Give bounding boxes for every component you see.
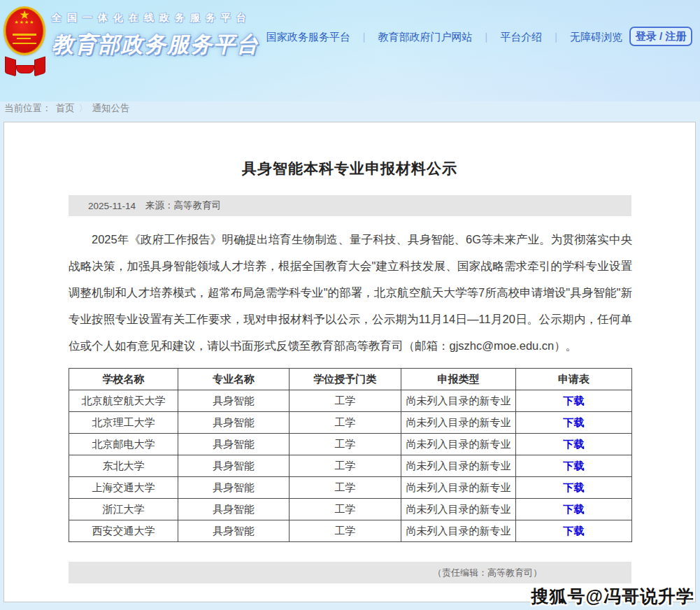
article-card: 具身智能本科专业申报材料公示 2025-11-14 来源：高等教育司 2025年…: [3, 122, 696, 602]
breadcrumb-current: 通知公告: [92, 102, 130, 115]
breadcrumb-prefix: 当前位置：: [4, 102, 52, 115]
cell-form: 下载: [516, 477, 632, 499]
article-title: 具身智能本科专业申报材料公示: [4, 159, 695, 178]
table-row: 北京航空航天大学 具身智能 工学 尚未列入目录的新专业 下载: [69, 390, 632, 412]
article-date: 2025-11-14: [88, 201, 136, 211]
cell-major: 具身智能: [178, 390, 290, 412]
download-link[interactable]: 下载: [564, 416, 585, 428]
download-link[interactable]: 下载: [564, 525, 585, 537]
cell-major: 具身智能: [178, 477, 290, 499]
login-register-button[interactable]: 登录 / 注册: [629, 27, 692, 46]
article-paragraph: 按照专业设置有关工作要求，现对申报材料予以公示，公示期为11月14日—11月20…: [69, 306, 632, 359]
cell-form: 下载: [516, 455, 632, 477]
table-row: 浙江大学 具身智能 工学 尚未列入目录的新专业 下载: [69, 499, 632, 520]
nav-link-moe-portal[interactable]: 教育部政府门户网站: [378, 31, 473, 44]
editor-bar: （责任编辑：高等教育司）: [69, 562, 631, 583]
cell-school: 东北大学: [69, 455, 178, 477]
article-meta-bar: 2025-11-14 来源：高等教育司: [69, 195, 631, 216]
cell-type: 尚未列入目录的新专业: [401, 499, 515, 520]
cell-school: 北京邮电大学: [69, 434, 178, 455]
cell-form: 下载: [516, 499, 632, 520]
cell-form: 下载: [516, 412, 632, 434]
cell-type: 尚未列入目录的新专业: [401, 455, 515, 477]
brand-block: 全国一体化在线政务服务平台 教育部政务服务平台: [52, 12, 259, 59]
cell-degree: 工学: [289, 520, 401, 542]
column-header-type: 申报类型: [401, 369, 515, 390]
emblem-substars-icon: ★★★★: [14, 20, 34, 25]
platform-label: 全国一体化在线政务服务平台: [52, 12, 259, 24]
editor-note: （责任编辑：高等教育司）: [433, 567, 542, 579]
cell-school: 西安交通大学: [69, 520, 178, 542]
download-link[interactable]: 下载: [564, 503, 585, 515]
cell-degree: 工学: [289, 412, 401, 434]
cell-major: 具身智能: [178, 520, 290, 542]
emblem-ribbon-center: [16, 65, 34, 73]
breadcrumb: 当前位置： 首页 〉 通知公告: [4, 102, 130, 115]
download-link[interactable]: 下载: [564, 460, 585, 471]
application-table: 学校名称 专业名称 学位授予门类 申报类型 申请表 北京航空航天大学 具身智能 …: [69, 368, 632, 542]
cell-degree: 工学: [289, 390, 401, 412]
cell-degree: 工学: [289, 434, 401, 455]
table-row: 西安交通大学 具身智能 工学 尚未列入目录的新专业 下载: [69, 520, 632, 542]
table-row: 北京理工大学 具身智能 工学 尚未列入目录的新专业 下载: [69, 412, 632, 434]
emblem-circle: ★ ★★★★: [3, 6, 45, 55]
download-link[interactable]: 下载: [564, 438, 585, 450]
table-row: 东北大学 具身智能 工学 尚未列入目录的新专业 下载: [69, 455, 632, 477]
cell-type: 尚未列入目录的新专业: [401, 390, 515, 412]
emblem-gate-icon: [13, 34, 36, 44]
cell-form: 下载: [516, 390, 632, 412]
cell-school: 浙江大学: [69, 499, 178, 520]
cell-school: 北京理工大学: [69, 412, 178, 434]
cell-major: 具身智能: [178, 434, 290, 455]
column-header-degree: 学位授予门类: [289, 369, 401, 390]
nav-link-platform-intro[interactable]: 平台介绍: [500, 31, 542, 44]
download-link[interactable]: 下载: [564, 395, 585, 406]
cell-type: 尚未列入目录的新专业: [401, 434, 515, 455]
chevron-right-icon: 〉: [79, 102, 88, 115]
emblem-ribbon-left: [5, 56, 16, 76]
table-row: 北京邮电大学 具身智能 工学 尚未列入目录的新专业 下载: [69, 434, 632, 455]
cell-form: 下载: [516, 434, 632, 455]
cell-form: 下载: [516, 520, 632, 542]
nav-link-national-platform[interactable]: 国家政务服务平台: [266, 31, 350, 44]
site-header: ★ ★★★★ 全国一体化在线政务服务平台 教育部政务服务平台 国家政务服务平台 …: [0, 0, 700, 101]
cell-degree: 工学: [289, 477, 401, 499]
emblem-ribbon-right: [34, 56, 45, 76]
cell-type: 尚未列入目录的新专业: [401, 477, 515, 499]
column-header-form: 申请表: [516, 369, 632, 390]
cell-type: 尚未列入目录的新专业: [401, 412, 515, 434]
column-header-major: 专业名称: [178, 369, 290, 390]
cell-school: 北京航空航天大学: [69, 390, 178, 412]
top-nav: 国家政务服务平台 ｜ 教育部政府门户网站 ｜ 平台介绍 ｜ 无障碍浏览: [266, 29, 622, 45]
nav-separator: ｜: [482, 31, 492, 43]
cell-major: 具身智能: [178, 499, 290, 520]
breadcrumb-home-link[interactable]: 首页: [56, 102, 75, 115]
nav-separator: ｜: [359, 31, 369, 43]
cell-degree: 工学: [289, 455, 401, 477]
cell-major: 具身智能: [178, 412, 290, 434]
cell-degree: 工学: [289, 499, 401, 520]
article-source: 来源：高等教育司: [145, 199, 221, 212]
sohu-watermark: 搜狐号@冯哥说升学: [531, 585, 694, 608]
cell-major: 具身智能: [178, 455, 290, 477]
nav-separator: ｜: [551, 31, 561, 43]
site-title: 教育部政务服务平台: [52, 30, 259, 59]
table-row: 上海交通大学 具身智能 工学 尚未列入目录的新专业 下载: [69, 477, 632, 499]
national-emblem-logo: ★ ★★★★: [3, 6, 48, 75]
nav-link-accessibility[interactable]: 无障碍浏览: [570, 31, 622, 44]
cell-type: 尚未列入目录的新专业: [401, 520, 515, 542]
table-header-row: 学校名称 专业名称 学位授予门类 申报类型 申请表: [69, 369, 632, 390]
download-link[interactable]: 下载: [564, 481, 585, 493]
cell-school: 上海交通大学: [69, 477, 178, 499]
column-header-school: 学校名称: [69, 369, 178, 390]
